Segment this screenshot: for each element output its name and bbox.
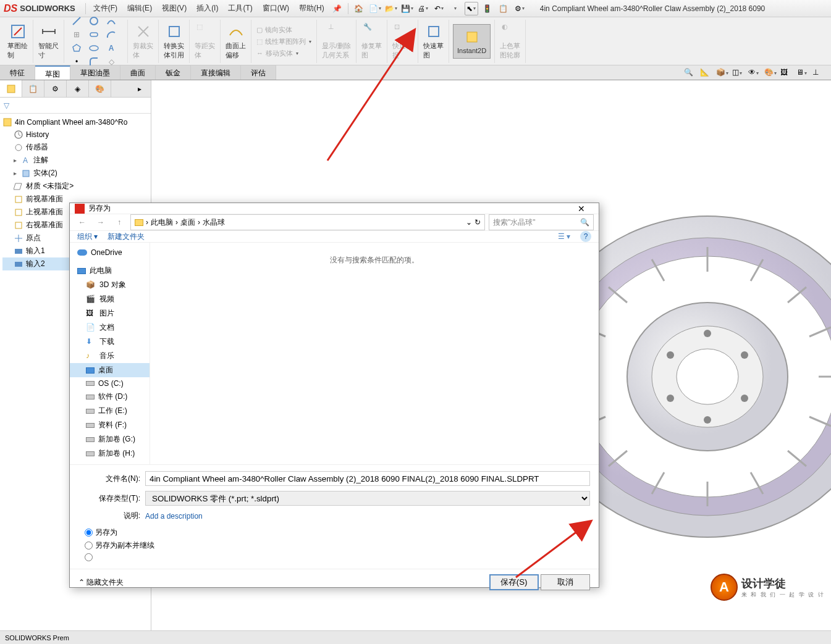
repair-button[interactable]: 🔧 修复草 图 <box>360 22 383 61</box>
tab-direct-edit[interactable]: 直接编辑 <box>191 65 241 80</box>
tab-surface[interactable]: 曲面 <box>120 65 156 80</box>
desc-link[interactable]: Add a description <box>145 512 203 521</box>
tab-evaluate[interactable]: 评估 <box>241 65 276 80</box>
menu-window[interactable]: 窗口(W) <box>258 3 294 14</box>
appearance-icon[interactable]: 🎨▾ <box>764 68 777 80</box>
savetype-select[interactable]: SOLIDWORKS 零件 (*.prt; *.sldprt) <box>145 491 590 506</box>
breadcrumb-item[interactable]: 水晶球 <box>203 217 225 228</box>
line-icon[interactable] <box>68 14 85 28</box>
rebuild-icon[interactable]: 🚦 <box>481 2 494 15</box>
tree-history[interactable]: History <box>2 128 148 141</box>
expand-icon[interactable]: ▸ <box>14 157 21 164</box>
rapid-sketch-button[interactable]: 快速草 图 <box>422 22 445 61</box>
organize-button[interactable]: 组织 ▾ <box>77 232 98 242</box>
new-folder-button[interactable]: 新建文件夹 <box>108 232 145 242</box>
quick-snap-button[interactable]: ⊡ 快速捕 捉 <box>391 22 414 61</box>
menu-tools[interactable]: 工具(T) <box>223 3 257 14</box>
tab-sketch[interactable]: 草图 <box>35 65 70 80</box>
tree-bodies[interactable]: ▸实体(2) <box>2 167 148 180</box>
select-icon[interactable]: ⬉▾ <box>465 2 478 15</box>
filename-input[interactable] <box>145 471 590 486</box>
saveas-radio[interactable] <box>85 529 93 537</box>
sidebar-drive-f[interactable]: 资料 (F:) <box>70 418 150 432</box>
save-button[interactable]: 保存(S) <box>489 574 539 590</box>
property-tab[interactable]: 📋 <box>22 80 44 97</box>
smart-dimension-button[interactable]: 智能尺 寸 <box>37 22 60 61</box>
open-icon[interactable]: 📂▾ <box>384 2 398 15</box>
close-button[interactable]: ✕ <box>569 204 594 214</box>
redo-icon[interactable]: ▾ <box>449 2 462 15</box>
help-icon[interactable]: ? <box>580 231 591 242</box>
sidebar-this-pc[interactable]: 此电脑 <box>70 264 150 278</box>
ellipse-icon[interactable] <box>85 41 103 55</box>
tab-features[interactable]: 特征 <box>0 65 35 80</box>
tab-sketch-ink[interactable]: 草图油墨 <box>70 65 120 80</box>
text-icon[interactable]: A <box>103 41 120 55</box>
tree-sensors[interactable]: 传感器 <box>2 141 148 154</box>
breadcrumb-item[interactable]: 此电脑 <box>151 217 173 228</box>
new-icon[interactable]: 📄▾ <box>368 2 382 15</box>
home-icon[interactable]: 🏠 <box>352 2 366 15</box>
expand-icon[interactable]: ▸ <box>14 170 21 177</box>
refresh-icon[interactable]: ↻ <box>475 218 481 227</box>
menu-edit[interactable]: 编辑(E) <box>122 3 157 14</box>
expand-icon[interactable]: ▸ <box>129 80 151 97</box>
linear-pattern-button[interactable]: ⬚线性草图阵列▾ <box>255 36 313 48</box>
sidebar-drive-h[interactable]: 新加卷 (H:) <box>70 446 150 461</box>
move-button[interactable]: ↔移动实体▾ <box>255 48 300 59</box>
arc-icon[interactable] <box>103 28 120 41</box>
save-icon[interactable]: 💾▾ <box>400 2 414 15</box>
tree-root[interactable]: 4in Compliant Wheel am-3480^Ro <box>2 116 148 128</box>
display-tab[interactable]: 🎨 <box>89 80 111 97</box>
sidebar-pictures[interactable]: 🖼图片 <box>70 306 150 320</box>
trim-button[interactable]: 剪裁实 体 <box>132 22 154 61</box>
rect-icon[interactable]: ⊞ <box>68 28 85 41</box>
tab-sheetmetal[interactable]: 钣金 <box>156 65 191 80</box>
pin-icon[interactable]: 📌 <box>331 2 344 15</box>
hide-show-icon[interactable]: 👁▾ <box>748 68 761 80</box>
sidebar-drive-d[interactable]: 软件 (D:) <box>70 390 150 404</box>
instant2d-button[interactable]: Instant2D <box>453 24 491 59</box>
spline-icon[interactable] <box>103 14 120 28</box>
sidebar-music[interactable]: ♪音乐 <box>70 349 150 363</box>
sidebar-drive-g[interactable]: 新加卷 (G:) <box>70 432 150 446</box>
sidebar-3d-objects[interactable]: 📦3D 对象 <box>70 278 150 292</box>
sidebar-drive-c[interactable]: OS (C:) <box>70 377 150 390</box>
forward-button[interactable]: → <box>93 215 108 230</box>
saveas-blank-radio[interactable] <box>85 553 93 561</box>
tree-annotations[interactable]: ▸A注解 <box>2 154 148 167</box>
slot-icon[interactable] <box>85 28 103 41</box>
search-input[interactable]: 搜索"水晶球" 🔍 <box>489 214 594 230</box>
display-style-icon[interactable]: ◫▾ <box>732 68 745 80</box>
up-button[interactable]: ↑ <box>112 215 127 230</box>
sketch-draw-button[interactable]: 草图绘 制 <box>6 22 29 61</box>
menu-help[interactable]: 帮助(H) <box>294 3 329 14</box>
surface-offset-button[interactable]: 曲面上 偏移 <box>224 22 247 61</box>
dropdown-icon[interactable]: ⌄ <box>466 218 472 227</box>
filter-row[interactable]: ▽ <box>0 98 151 114</box>
view-mode-icon[interactable]: ☰ ▾ <box>558 232 570 241</box>
sidebar-drive-e[interactable]: 工作 (E:) <box>70 404 150 418</box>
menu-insert[interactable]: 插入(I) <box>192 3 223 14</box>
tree-material[interactable]: 材质 <未指定> <box>2 180 148 193</box>
sidebar-videos[interactable]: 🎬视频 <box>70 292 150 306</box>
view-settings-icon[interactable]: 🖥▾ <box>796 68 809 80</box>
undo-icon[interactable]: ↶▾ <box>432 2 446 15</box>
saveas-copy-radio[interactable] <box>85 542 93 550</box>
feature-tree-tab[interactable] <box>0 80 22 97</box>
sidebar-onedrive[interactable]: OneDrive <box>70 246 150 259</box>
mirror-button[interactable]: ▢镜向实体 <box>255 24 293 36</box>
triad-icon[interactable]: ⊥ <box>812 68 825 80</box>
scene-icon[interactable]: 🖼 <box>780 68 793 80</box>
back-button[interactable]: ← <box>75 215 90 230</box>
sidebar-desktop[interactable]: 桌面 <box>70 363 150 377</box>
sidebar-downloads[interactable]: ⬇下载 <box>70 335 150 349</box>
config-tab[interactable]: ⚙ <box>44 80 67 97</box>
view-orientation-icon[interactable]: 📦▾ <box>716 68 728 80</box>
circle-icon[interactable] <box>85 14 103 28</box>
menu-file[interactable]: 文件(F) <box>88 3 122 14</box>
polygon-icon[interactable] <box>68 41 85 55</box>
zoom-fit-icon[interactable]: 🔍 <box>684 68 696 80</box>
zoom-area-icon[interactable]: 📐 <box>700 68 712 80</box>
offset-button[interactable]: ⬚ 等距实 体 <box>193 22 216 61</box>
